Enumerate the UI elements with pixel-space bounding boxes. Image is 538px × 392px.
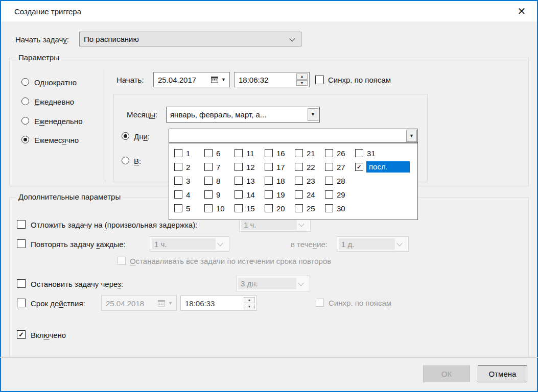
repeat-checkbox[interactable] bbox=[17, 239, 26, 248]
expire-checkbox[interactable] bbox=[17, 299, 26, 307]
days-radio[interactable] bbox=[122, 132, 129, 140]
day-checkbox[interactable] bbox=[295, 177, 303, 185]
day-option-17[interactable]: 17 bbox=[265, 161, 285, 173]
on-radio-label[interactable]: В: bbox=[134, 155, 141, 166]
enabled-checkbox[interactable]: ✓ bbox=[17, 330, 26, 339]
day-checkbox[interactable] bbox=[325, 177, 333, 185]
repeat-label[interactable]: Повторять задачу каждые: bbox=[31, 238, 126, 250]
cancel-button[interactable]: Отмена bbox=[478, 365, 527, 382]
day-option-посл.[interactable]: ✓посл. bbox=[355, 161, 410, 173]
day-checkbox[interactable] bbox=[235, 163, 243, 171]
day-checkbox[interactable] bbox=[265, 190, 273, 199]
day-option-11[interactable]: 11 bbox=[235, 148, 254, 159]
day-checkbox[interactable] bbox=[204, 177, 213, 185]
day-option-3[interactable]: 3 bbox=[174, 175, 190, 186]
months-select[interactable]: январь, февраль, март, а... ▼ bbox=[166, 107, 320, 122]
day-option-7[interactable]: 7 bbox=[204, 161, 220, 173]
day-option-10[interactable]: 10 bbox=[204, 203, 225, 214]
day-option-9[interactable]: 9 bbox=[204, 189, 220, 200]
stop-after-label[interactable]: Остановить задачу через: bbox=[31, 278, 123, 289]
day-checkbox[interactable] bbox=[235, 190, 243, 199]
delay-checkbox[interactable] bbox=[17, 220, 26, 229]
enabled-label[interactable]: Включено bbox=[31, 329, 66, 340]
day-option-19[interactable]: 19 bbox=[265, 189, 285, 200]
day-checkbox[interactable] bbox=[174, 190, 182, 199]
day-option-20[interactable]: 20 bbox=[265, 203, 285, 214]
day-checkbox[interactable] bbox=[295, 204, 303, 212]
day-checkbox[interactable] bbox=[265, 149, 273, 157]
day-option-26[interactable]: 26 bbox=[325, 148, 345, 159]
close-button[interactable]: ✕ bbox=[512, 3, 531, 19]
day-checkbox[interactable] bbox=[325, 204, 333, 212]
radio-daily-label[interactable]: Ежедневно bbox=[34, 96, 74, 107]
day-checkbox[interactable] bbox=[325, 190, 333, 199]
day-option-5[interactable]: 5 bbox=[174, 203, 190, 214]
sync-timezone-label[interactable]: Синхр. по поясам bbox=[328, 74, 391, 85]
days-select[interactable]: ▼ bbox=[169, 129, 418, 143]
day-option-21[interactable]: 21 bbox=[295, 148, 315, 159]
day-checkbox[interactable]: ✓ bbox=[355, 163, 363, 171]
radio-once[interactable] bbox=[21, 78, 29, 86]
day-option-23[interactable]: 23 bbox=[295, 175, 315, 186]
sync-timezone-checkbox[interactable] bbox=[315, 76, 324, 84]
day-option-14[interactable]: 14 bbox=[235, 189, 255, 200]
day-checkbox[interactable] bbox=[235, 149, 243, 157]
radio-monthly-label[interactable]: Ежемесячно bbox=[34, 134, 79, 145]
radio-monthly[interactable] bbox=[21, 136, 29, 143]
spin-down-button[interactable]: ▼ bbox=[296, 80, 308, 86]
day-checkbox[interactable] bbox=[325, 163, 333, 171]
day-checkbox[interactable] bbox=[174, 204, 182, 212]
dropdown-arrow-icon[interactable]: ▼ bbox=[221, 78, 226, 82]
day-checkbox[interactable] bbox=[204, 149, 213, 157]
day-option-29[interactable]: 29 bbox=[325, 189, 345, 200]
day-option-8[interactable]: 8 bbox=[204, 175, 220, 186]
day-checkbox[interactable] bbox=[295, 190, 303, 199]
radio-weekly[interactable] bbox=[21, 117, 29, 125]
days-dropdown-button[interactable]: ▼ bbox=[406, 130, 417, 142]
day-option-6[interactable]: 6 bbox=[204, 148, 220, 159]
day-checkbox[interactable] bbox=[204, 163, 213, 171]
day-checkbox[interactable] bbox=[174, 177, 182, 185]
day-option-2[interactable]: 2 bbox=[174, 161, 190, 173]
day-checkbox[interactable] bbox=[355, 149, 363, 157]
day-option-27[interactable]: 27 bbox=[325, 161, 345, 173]
day-checkbox[interactable] bbox=[325, 149, 333, 157]
day-checkbox[interactable] bbox=[204, 190, 213, 199]
begin-task-select[interactable]: По расписанию bbox=[79, 32, 301, 46]
day-option-30[interactable]: 30 bbox=[325, 203, 345, 214]
day-checkbox[interactable] bbox=[235, 204, 243, 212]
day-option-22[interactable]: 22 bbox=[295, 161, 315, 173]
months-dropdown-button[interactable]: ▼ bbox=[308, 108, 318, 121]
days-radio-label[interactable]: Дни: bbox=[134, 131, 150, 142]
delay-label[interactable]: Отложить задачу на (произвольная задержк… bbox=[31, 219, 197, 230]
day-option-24[interactable]: 24 bbox=[295, 189, 315, 200]
day-option-16[interactable]: 16 bbox=[265, 148, 285, 159]
day-checkbox[interactable] bbox=[265, 177, 273, 185]
start-date-picker[interactable]: 25.04.2017 ▼ bbox=[153, 72, 230, 87]
stop-after-checkbox[interactable] bbox=[17, 279, 26, 288]
day-option-28[interactable]: 28 bbox=[325, 175, 345, 186]
day-checkbox[interactable] bbox=[295, 163, 303, 171]
day-option-12[interactable]: 12 bbox=[235, 161, 255, 173]
day-checkbox[interactable] bbox=[174, 163, 182, 171]
expire-label[interactable]: Срок действия: bbox=[31, 298, 85, 309]
day-option-4[interactable]: 4 bbox=[174, 189, 190, 200]
day-checkbox[interactable] bbox=[265, 163, 273, 171]
day-checkbox[interactable] bbox=[235, 177, 243, 185]
day-checkbox[interactable] bbox=[295, 149, 303, 157]
day-checkbox[interactable] bbox=[174, 149, 182, 157]
day-checkbox[interactable] bbox=[265, 204, 273, 212]
day-option-31[interactable]: 31 bbox=[355, 148, 376, 159]
day-option-25[interactable]: 25 bbox=[295, 203, 315, 214]
spin-up-button[interactable]: ▲ bbox=[296, 74, 308, 80]
day-option-15[interactable]: 15 bbox=[235, 203, 255, 214]
day-option-13[interactable]: 13 bbox=[235, 175, 255, 186]
radio-daily[interactable] bbox=[21, 97, 29, 105]
on-radio[interactable] bbox=[122, 157, 129, 164]
start-time-spinner[interactable]: 18:06:32 ▲ ▼ bbox=[234, 72, 310, 87]
day-option-18[interactable]: 18 bbox=[265, 175, 285, 186]
day-option-1[interactable]: 1 bbox=[174, 148, 190, 159]
day-checkbox[interactable] bbox=[204, 204, 213, 212]
radio-once-label[interactable]: Однократно bbox=[34, 77, 77, 88]
radio-weekly-label[interactable]: Еженедельно bbox=[34, 115, 83, 127]
